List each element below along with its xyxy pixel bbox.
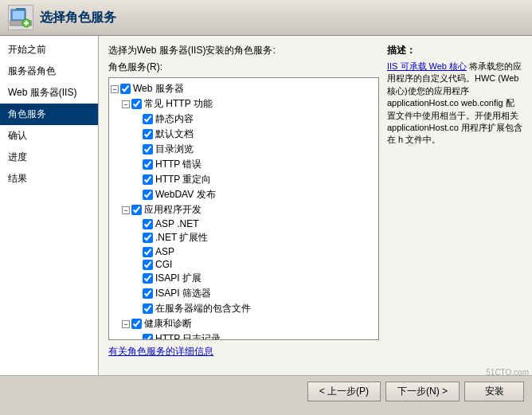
tree-label: ISAPI 筛选器: [155, 287, 211, 300]
sidebar-item[interactable]: 进度: [0, 147, 98, 168]
sidebar-item[interactable]: 服务器角色: [0, 61, 98, 82]
tree-spacer: [133, 131, 141, 139]
tree-item: .NET 扩展性: [111, 230, 377, 245]
tree-checkbox[interactable]: [143, 114, 153, 124]
role-service-label: 角色服务(R):: [108, 61, 379, 74]
tree-spacer: [133, 248, 141, 256]
tree-item: 在服务器端的包含文件: [111, 301, 377, 316]
tree-checkbox[interactable]: [143, 273, 153, 284]
expand-button[interactable]: −: [122, 100, 130, 108]
tree-checkbox[interactable]: [131, 205, 142, 215]
tree-label: 默认文档: [155, 127, 194, 141]
tree-item[interactable]: −Web 服务器: [111, 81, 377, 96]
tree-checkbox[interactable]: [143, 260, 153, 270]
tree-item: HTTP 错误: [111, 157, 377, 172]
expand-button[interactable]: −: [111, 85, 119, 93]
tree-item: WebDAV 发布: [111, 187, 377, 202]
tree-spacer: [133, 191, 141, 199]
tree-label: .NET 扩展性: [155, 231, 208, 245]
tree-label: HTTP 错误: [155, 158, 201, 171]
tree-checkbox[interactable]: [143, 219, 153, 229]
tree-container[interactable]: −Web 服务器−常见 HTTP 功能静态内容默认文档目录浏览HTTP 错误HT…: [108, 77, 379, 340]
tree-label: Web 服务器: [133, 82, 184, 96]
tree-spacer: [133, 220, 141, 228]
tree-label: 常见 HTTP 功能: [144, 97, 213, 111]
tree-item[interactable]: −健康和诊断: [111, 316, 377, 331]
content-left: 选择为Web 服务器(IIS)安装的角色服务: 角色服务(R): −Web 服务…: [108, 44, 379, 367]
tree-checkbox[interactable]: [143, 288, 153, 299]
tree-label: ASP .NET: [155, 218, 198, 229]
tree-spacer: [133, 115, 141, 123]
tree-spacer: [133, 161, 141, 169]
install-button[interactable]: 安装: [464, 382, 524, 401]
expand-button[interactable]: −: [122, 320, 130, 328]
tree-item: 静态内容: [111, 112, 377, 127]
sidebar-item[interactable]: 确认: [0, 125, 98, 147]
tree-item: ASP: [111, 245, 377, 258]
tree-spacer: [133, 305, 141, 313]
tree-label: WebDAV 发布: [155, 188, 216, 202]
tree-item: ISAPI 筛选器: [111, 286, 377, 301]
expand-button[interactable]: −: [122, 206, 130, 214]
role-info-link[interactable]: 有关角色服务的详细信息: [108, 345, 213, 358]
tree-spacer: [133, 234, 141, 242]
tree-checkbox[interactable]: [143, 174, 153, 185]
tree-label: ASP: [155, 246, 174, 257]
svg-rect-3: [16, 8, 25, 10]
tree-checkbox[interactable]: [143, 233, 153, 243]
tree-spacer: [133, 146, 141, 154]
tree-label: 在服务器端的包含文件: [155, 302, 251, 315]
tree-label: 应用程序开发: [144, 203, 201, 217]
tree-label: HTTP 日志记录: [155, 332, 221, 340]
tree-spacer: [133, 335, 141, 341]
tree-item: ASP .NET: [111, 217, 377, 230]
tree-item: HTTP 日志记录: [111, 331, 377, 340]
tree-label: 目录浏览: [155, 143, 194, 156]
tree-spacer: [133, 176, 141, 184]
tree-item[interactable]: −常见 HTTP 功能: [111, 96, 377, 112]
tree-checkbox[interactable]: [143, 144, 153, 155]
tree-label: 静态内容: [155, 112, 194, 126]
description-panel: 描述： IIS 可承载 Web 核心 将承载您的应用程序的自定义代码。HWC (…: [387, 44, 522, 367]
desc-title: 描述：: [387, 44, 522, 57]
svg-rect-1: [13, 11, 24, 19]
tree-checkbox[interactable]: [143, 129, 153, 139]
tree-spacer: [133, 260, 141, 268]
tree-spacer: [133, 290, 141, 298]
tree-label: ISAPI 扩展: [155, 272, 201, 285]
desc-link[interactable]: IIS 可承载 Web 核心: [387, 61, 467, 71]
tree-item: 默认文档: [111, 127, 377, 142]
sidebar-item[interactable]: 结果: [0, 168, 98, 190]
tree-checkbox[interactable]: [143, 303, 153, 314]
tree-item[interactable]: −应用程序开发: [111, 202, 377, 217]
sidebar: 开始之前服务器角色Web 服务器(IIS)角色服务确认进度结果: [0, 36, 99, 375]
desc-text: IIS 可承载 Web 核心 将承载您的应用程序的自定义代码。HWC (Web …: [387, 61, 522, 147]
tree-label: CGI: [155, 259, 172, 270]
tree-checkbox[interactable]: [131, 319, 142, 329]
title-bar: 选择角色服务: [0, 0, 532, 36]
back-button[interactable]: < 上一步(P): [307, 382, 381, 401]
tree-checkbox[interactable]: [143, 334, 153, 340]
top-label: 选择为Web 服务器(IIS)安装的角色服务:: [108, 44, 379, 57]
tree-item: ISAPI 扩展: [111, 271, 377, 286]
sidebar-item[interactable]: 角色服务: [0, 104, 98, 125]
watermark: 51CTO.com: [486, 368, 529, 377]
sidebar-item[interactable]: Web 服务器(IIS): [0, 82, 98, 104]
tree-label: 健康和诊断: [144, 317, 192, 331]
footer: < 上一步(P) 下一步(N) > 安装: [0, 375, 532, 407]
title-icon: [8, 5, 33, 30]
tree-checkbox[interactable]: [143, 247, 153, 257]
page-title: 选择角色服务: [40, 10, 116, 26]
tree-checkbox[interactable]: [143, 190, 153, 200]
next-button[interactable]: 下一步(N) >: [385, 382, 460, 401]
tree-item: 目录浏览: [111, 142, 377, 157]
tree-item: CGI: [111, 258, 377, 271]
tree-label: HTTP 重定向: [155, 173, 211, 186]
tree-spacer: [133, 275, 141, 283]
tree-checkbox[interactable]: [131, 99, 142, 109]
tree-checkbox[interactable]: [143, 159, 153, 170]
sidebar-item[interactable]: 开始之前: [0, 39, 98, 61]
tree-checkbox[interactable]: [120, 84, 131, 94]
content-area: 选择为Web 服务器(IIS)安装的角色服务: 角色服务(R): −Web 服务…: [99, 36, 532, 375]
tree-item: HTTP 重定向: [111, 172, 377, 187]
